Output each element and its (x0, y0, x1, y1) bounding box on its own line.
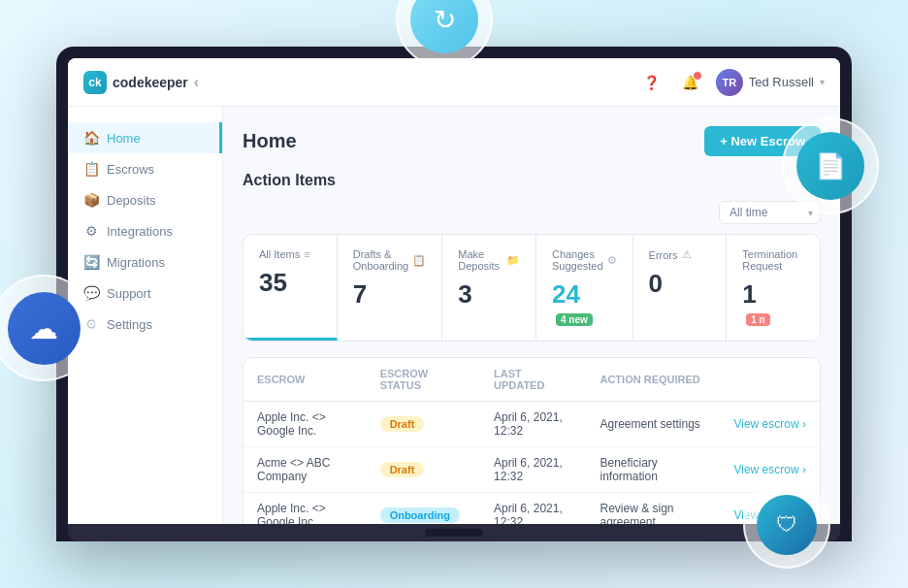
escrows-icon: 📋 (83, 161, 99, 177)
col-escrow: ESCROW (243, 358, 367, 402)
sidebar-label-settings: Settings (107, 317, 152, 332)
list-icon: ≡ (304, 248, 309, 260)
document-icon: 📄 (796, 132, 864, 200)
col-updated: LAST UPDATED (480, 358, 586, 402)
card-value-all-items: 35 (259, 268, 321, 298)
cell-action: Review & sign agreement (586, 493, 720, 525)
cell-escrow: Acme <> ABC Company (243, 447, 367, 493)
header-right: ❓ 🔔 TR Ted Russell ▾ (638, 69, 825, 96)
col-link (720, 358, 820, 402)
new-badge: 4 new (556, 313, 593, 326)
cell-escrow: Apple Inc. <> Google Inc. (243, 402, 367, 447)
laptop-screen: ck codekeeper ‹ ❓ 🔔 TR Ted Russell ▾ 🏠 (68, 58, 840, 524)
col-action: ACTION REQUIRED (586, 358, 720, 402)
sidebar-label-deposits: Deposits (107, 193, 156, 208)
home-icon: 🏠 (83, 130, 99, 146)
logo-area: ck codekeeper ‹ (83, 71, 199, 94)
sidebar-item-integrations[interactable]: ⚙ Integrations (68, 215, 222, 246)
page-title: Home (243, 130, 297, 152)
card-value-deposits: 3 (458, 279, 520, 310)
user-menu-chevron: ▾ (820, 77, 825, 87)
cloud-shield-icon: ☁ (8, 292, 81, 365)
cell-action: Agreement settings (586, 402, 720, 447)
user-badge[interactable]: TR Ted Russell ▾ (716, 69, 825, 96)
sidebar-collapse-icon[interactable]: ‹ (194, 74, 199, 91)
table-row: Apple Inc. <> Google Inc. Draft April 6,… (243, 402, 820, 447)
table-wrap: ESCROW ESCROW STATUS LAST UPDATED ACTION… (243, 357, 821, 524)
deco-circle-bottom-right: 🛡 (743, 481, 830, 569)
filter-bar: All time Last 30 days Last 7 days (243, 201, 821, 224)
sidebar-item-escrows[interactable]: 📋 Escrows (68, 153, 222, 184)
card-drafts[interactable]: Drafts & Onboarding 📋 7 (338, 235, 443, 341)
sidebar-label-escrows: Escrows (107, 162, 154, 177)
view-escrow-link[interactable]: View escrow › (733, 463, 805, 476)
cell-status: Onboarding (367, 493, 480, 525)
status-badge: Draft (380, 416, 425, 432)
card-label-termination: Termination Request (742, 248, 804, 272)
termination-badge: 1 n (746, 313, 769, 326)
card-label-drafts: Drafts & Onboarding 📋 (353, 248, 427, 272)
deco-circle-right: 📄 (782, 117, 879, 214)
draft-icon: 📋 (412, 254, 426, 267)
migrations-icon: 🔄 (83, 254, 99, 270)
card-label-changes: Changes Suggested ⚙ (552, 248, 617, 272)
user-name: Ted Russell (749, 75, 814, 89)
card-all-items[interactable]: All Items ≡ 35 (243, 235, 338, 341)
app-body: 🏠 Home 📋 Escrows 📦 Deposits ⚙ Integratio… (68, 107, 840, 524)
cell-status: Draft (367, 402, 480, 447)
error-icon: ⚠ (682, 248, 692, 261)
user-avatar: TR (716, 69, 743, 96)
col-status: ESCROW STATUS (367, 358, 480, 402)
card-value-errors: 0 (649, 269, 711, 299)
card-errors[interactable]: Errors ⚠ 0 (633, 235, 728, 341)
logo-text: codekeeper (113, 75, 188, 90)
changes-icon: ⚙ (607, 254, 617, 267)
deposit-icon: 📁 (506, 254, 520, 267)
section-title: Action Items (243, 172, 821, 189)
table-row: Acme <> ABC Company Draft April 6, 2021,… (243, 447, 820, 493)
card-value-termination: 1 (742, 279, 804, 310)
card-value-changes: 24 (552, 279, 617, 310)
status-badge: Draft (380, 462, 425, 477)
card-label-deposits: Make Deposits 📁 (458, 248, 520, 272)
main-header: Home + New Escrow (243, 126, 821, 156)
sidebar-item-home[interactable]: 🏠 Home (68, 122, 222, 153)
table-row: Apple Inc. <> Google Inc. Onboarding Apr… (243, 493, 820, 525)
card-changes[interactable]: Changes Suggested ⚙ 24 4 new (536, 235, 633, 341)
sidebar-label-home: Home (107, 131, 141, 146)
cell-status: Draft (367, 447, 480, 493)
deposits-icon: 📦 (83, 192, 99, 208)
cell-action: Beneficiary information (586, 447, 720, 493)
sidebar-label-support: Support (107, 286, 151, 301)
help-icon-btn[interactable]: ❓ (638, 69, 665, 96)
notification-icon-btn[interactable]: 🔔 (677, 69, 704, 96)
escrow-table: ESCROW ESCROW STATUS LAST UPDATED ACTION… (243, 358, 820, 524)
sidebar-label-integrations: Integrations (107, 224, 173, 239)
laptop-notch (425, 529, 483, 537)
card-value-drafts: 7 (353, 279, 427, 310)
shield-icon: 🛡 (757, 495, 817, 555)
cell-link: View escrow › (720, 402, 820, 447)
refresh-icon: ↻ (410, 0, 478, 53)
status-badge: Onboarding (380, 507, 460, 523)
laptop-base (68, 524, 840, 541)
integrations-icon: ⚙ (83, 223, 99, 239)
cell-escrow: Apple Inc. <> Google Inc. (243, 493, 367, 525)
card-label-errors: Errors ⚠ (649, 248, 711, 261)
laptop-frame: ck codekeeper ‹ ❓ 🔔 TR Ted Russell ▾ 🏠 (56, 47, 852, 541)
cell-updated: April 6, 2021, 12:32 (480, 493, 586, 525)
card-deposits[interactable]: Make Deposits 📁 3 (442, 235, 536, 341)
sidebar-item-deposits[interactable]: 📦 Deposits (68, 184, 222, 215)
cell-updated: April 6, 2021, 12:32 (480, 402, 586, 447)
cell-updated: April 6, 2021, 12:32 (480, 447, 586, 493)
logo-icon: ck (83, 71, 107, 94)
main-content: Home + New Escrow Action Items All time … (223, 107, 840, 524)
view-escrow-link[interactable]: View escrow › (733, 417, 805, 431)
action-cards: All Items ≡ 35 Drafts & Onboarding 📋 7 (243, 234, 821, 342)
card-termination[interactable]: Termination Request 1 1 n (727, 235, 820, 341)
sidebar-item-migrations[interactable]: 🔄 Migrations (68, 246, 222, 278)
card-label-all-items: All Items ≡ (259, 248, 321, 260)
sidebar-label-migrations: Migrations (107, 255, 165, 270)
